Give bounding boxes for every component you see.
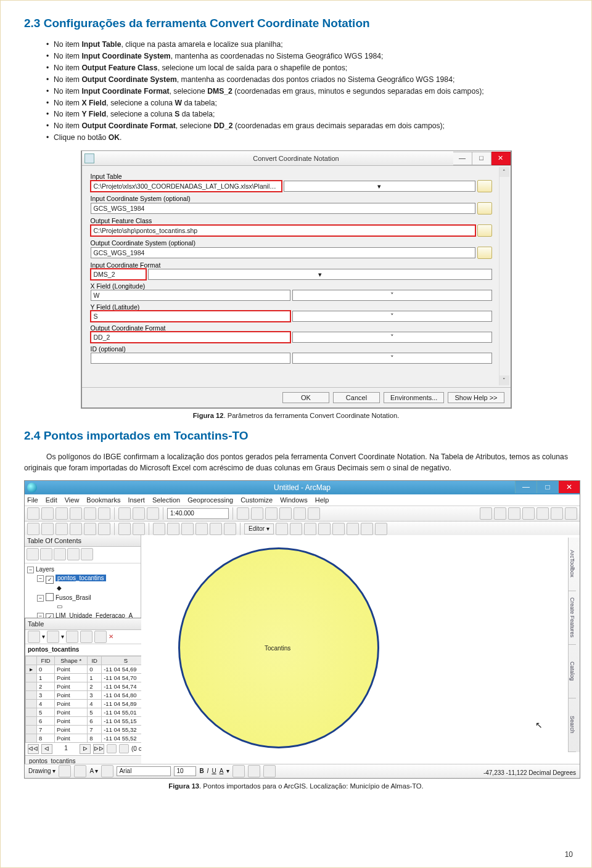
- nav-last-button[interactable]: ᐅᐅ: [93, 744, 104, 754]
- menu-item[interactable]: Geoprocessing: [187, 496, 233, 504]
- tool-icon[interactable]: [98, 507, 110, 520]
- tool-icon[interactable]: [308, 507, 320, 520]
- editor-menu[interactable]: Editor ▾: [244, 523, 274, 534]
- drawing-menu[interactable]: Drawing ▾: [28, 768, 56, 774]
- tool-icon[interactable]: [279, 507, 292, 520]
- side-tab[interactable]: Search: [569, 698, 576, 752]
- minimize-button[interactable]: —: [453, 152, 472, 165]
- input-table-browse-button[interactable]: [477, 180, 492, 192]
- table-tool-icon[interactable]: [66, 631, 78, 643]
- ics-field[interactable]: GCS_WGS_1984: [91, 203, 475, 214]
- arcmap-close-button[interactable]: ✕: [558, 481, 580, 493]
- menu-item[interactable]: File: [27, 496, 38, 504]
- toc-tool-icon[interactable]: [67, 548, 80, 560]
- icf-dropdown[interactable]: ▾: [148, 269, 492, 280]
- nav-first-button[interactable]: ᐊᐊ: [28, 744, 39, 754]
- table-tool-icon[interactable]: [94, 631, 107, 643]
- nav-position-input[interactable]: 1: [55, 745, 77, 753]
- layer-checkbox[interactable]: [46, 576, 54, 584]
- yf-dropdown[interactable]: ˅: [292, 311, 492, 322]
- menu-item[interactable]: Windows: [280, 496, 308, 504]
- xf-dropdown[interactable]: ˅: [292, 290, 492, 301]
- zoom-in-icon[interactable]: [27, 523, 39, 535]
- bold-button[interactable]: B: [199, 768, 204, 774]
- ocf-dropdown[interactable]: ˅: [292, 332, 492, 343]
- layer-fusos[interactable]: Fusos_Brasil: [56, 594, 91, 601]
- draw-rect-icon[interactable]: [74, 765, 86, 777]
- ofc-field[interactable]: C:\Projeto\shp\pontos_tocantins.shp: [91, 225, 475, 236]
- tool-icon[interactable]: [480, 507, 492, 520]
- menu-item[interactable]: Selection: [152, 496, 180, 504]
- table-tool-icon[interactable]: [80, 631, 92, 643]
- cancel-button[interactable]: Cancel: [333, 392, 380, 403]
- map-view[interactable]: Tocantins ↖: [141, 535, 580, 764]
- fill-color-icon[interactable]: [232, 765, 245, 777]
- tool-icon[interactable]: [522, 507, 535, 520]
- tool-icon[interactable]: [153, 523, 165, 535]
- ics-browse-button[interactable]: [477, 202, 492, 215]
- nav-tool-icon[interactable]: [107, 744, 117, 753]
- tool-icon[interactable]: [195, 523, 208, 535]
- line-color-icon[interactable]: [248, 765, 260, 777]
- text-align-button[interactable]: A: [220, 768, 224, 774]
- find-icon[interactable]: [181, 523, 194, 535]
- collapse-icon[interactable]: −: [37, 575, 44, 582]
- side-tab[interactable]: Create Features: [569, 591, 576, 645]
- pan-icon[interactable]: [56, 523, 68, 535]
- tool-icon[interactable]: [536, 507, 549, 520]
- font-select[interactable]: Arial: [117, 766, 171, 776]
- linewidth-icon[interactable]: [263, 765, 276, 777]
- nav-next-button[interactable]: ᐅ: [80, 744, 91, 754]
- arcmap-max-button[interactable]: □: [536, 481, 558, 493]
- scroll-down-icon[interactable]: ˅: [500, 375, 509, 385]
- table-tool-icon[interactable]: [28, 631, 40, 643]
- tool-icon[interactable]: [84, 523, 96, 535]
- menu-item[interactable]: Edit: [46, 496, 57, 504]
- toc-tool-icon[interactable]: [40, 548, 52, 560]
- tool-icon[interactable]: [147, 507, 159, 520]
- tool-icon[interactable]: [294, 507, 306, 520]
- tool-icon[interactable]: [118, 523, 131, 535]
- tool-icon[interactable]: [118, 507, 131, 520]
- table-header-cell[interactable]: FID: [37, 656, 55, 665]
- font-color-icon[interactable]: [101, 765, 113, 777]
- icf-field[interactable]: DMS_2: [91, 269, 146, 280]
- maximize-button[interactable]: □: [472, 152, 491, 165]
- ocs-browse-button[interactable]: [477, 247, 492, 259]
- environments-button[interactable]: Environments...: [384, 392, 444, 403]
- table-tool-icon[interactable]: [47, 631, 59, 643]
- toc-tool-icon[interactable]: [81, 548, 93, 560]
- yf-field[interactable]: S: [91, 311, 290, 322]
- layer-pontos[interactable]: pontos_tocantins: [56, 575, 106, 581]
- side-tab[interactable]: ArcToolbox: [569, 538, 576, 591]
- table-header-cell[interactable]: Shape *: [55, 656, 88, 665]
- ok-button[interactable]: OK: [282, 392, 329, 403]
- tool-icon[interactable]: [494, 507, 506, 520]
- tool-icon[interactable]: [27, 507, 39, 520]
- menu-item[interactable]: Insert: [128, 496, 145, 504]
- italic-button[interactable]: I: [207, 768, 209, 774]
- nav-prev-button[interactable]: ᐊ: [41, 744, 52, 754]
- tool-icon[interactable]: [133, 523, 145, 535]
- underline-button[interactable]: U: [212, 768, 216, 774]
- id-field[interactable]: [91, 353, 290, 364]
- input-table-dropdown[interactable]: ▾: [284, 181, 475, 192]
- tool-icon[interactable]: [41, 507, 54, 520]
- toc-tool-icon[interactable]: [54, 548, 66, 560]
- id-dropdown[interactable]: ˅: [292, 353, 492, 364]
- zoom-out-icon[interactable]: [41, 523, 54, 535]
- menu-item[interactable]: View: [65, 496, 80, 504]
- scroll-up-icon[interactable]: ˄: [500, 167, 509, 177]
- tool-icon[interactable]: [84, 507, 96, 520]
- text-tool-icon[interactable]: A ▾: [89, 768, 98, 774]
- identify-icon[interactable]: [167, 523, 179, 535]
- toc-tool-icon[interactable]: [27, 548, 39, 560]
- ofc-browse-button[interactable]: [477, 224, 492, 237]
- tool-icon[interactable]: [565, 507, 577, 520]
- menu-item[interactable]: Customize: [240, 496, 273, 504]
- menu-item[interactable]: Bookmarks: [86, 496, 120, 504]
- table-header-cell[interactable]: ID: [88, 656, 102, 665]
- tool-icon[interactable]: [251, 507, 263, 520]
- select-icon[interactable]: [59, 765, 71, 777]
- ocf-field[interactable]: DD_2: [91, 332, 290, 343]
